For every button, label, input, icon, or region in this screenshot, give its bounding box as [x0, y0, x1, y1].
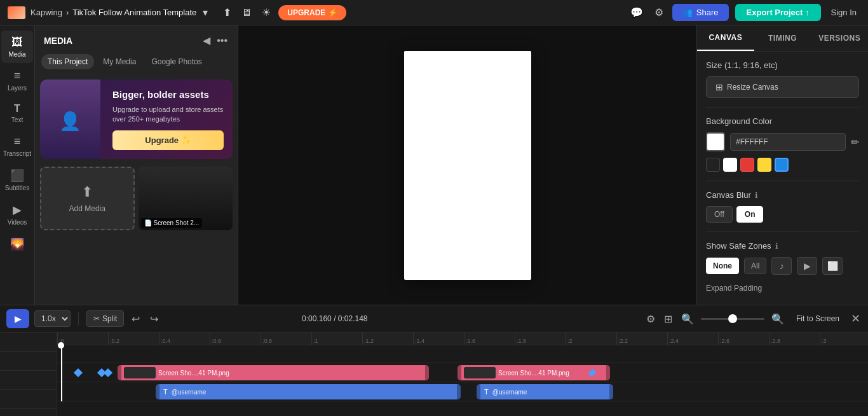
more-options-button[interactable]: ••• [215, 34, 229, 48]
signin-button[interactable]: Sign In [827, 4, 860, 21]
track-row-2[interactable]: Screen Sho....41 PM.png Screen Sho....41… [57, 363, 868, 382]
tick-28: :2.8 [769, 333, 820, 345]
split-button[interactable]: ✂ Split [86, 310, 124, 327]
safe-zones-label: Show Safe Zones [706, 241, 771, 251]
tick-08: :0.8 [261, 333, 311, 345]
title-dropdown-button[interactable]: ▾ [200, 4, 210, 21]
canvas-area [238, 25, 696, 305]
brightness-button[interactable]: ☀ [259, 4, 273, 21]
play-button[interactable]: ▶ [6, 309, 29, 328]
add-media-button[interactable]: ⬆ Add Media [40, 167, 135, 230]
timeline: ▶ 1.0x 0.5x 2.0x ✂ Split ↩ ↪ 0:00.160 / … [0, 305, 868, 416]
speed-select[interactable]: 1.0x 0.5x 2.0x [34, 310, 71, 327]
media-thumb-label-1: 📄 Screen Shot 2... [141, 218, 203, 228]
track-label-1 [0, 352, 57, 371]
media-icon: 🖼 [11, 36, 23, 49]
upgrade-card-description: Upgrade to upload and store assets over … [112, 105, 224, 125]
tab-timing[interactable]: TIMING [754, 25, 811, 51]
tab-canvas[interactable]: CANVAS [697, 25, 754, 51]
chat-button[interactable]: 💬 [628, 4, 646, 21]
topbar: Kapwing › TikTok Follow Animation Templa… [0, 0, 868, 25]
clip-pink-2[interactable]: Screen Sho....41 PM.png [458, 365, 610, 380]
safezone-youtube-button[interactable]: ▶ [797, 257, 817, 275]
blur-on-button[interactable]: On [736, 206, 764, 223]
track-labels [0, 333, 57, 416]
sidebar-item-layers[interactable]: ≡ Layers [1, 64, 33, 97]
clip-blue-1[interactable]: T @username [156, 384, 461, 399]
main-layout: 🖼 Media ≡ Layers T Text ≡ Transcript ⬛ S… [0, 25, 868, 305]
zoom-slider[interactable] [701, 318, 764, 320]
sidebar-item-images[interactable]: 🌄 [1, 232, 33, 258]
expand-padding-label: Expand Padding [706, 284, 859, 293]
safezone-none-button[interactable]: None [706, 258, 739, 274]
fit-to-screen-button[interactable]: Fit to Screen [791, 312, 844, 326]
close-timeline-button[interactable]: ✕ [850, 310, 862, 327]
undo-button[interactable]: ↩ [129, 310, 142, 328]
timeline-time-display: 0:00.160 / 0:02.148 [302, 314, 367, 323]
share-button[interactable]: 👥 Share [672, 4, 729, 21]
safezone-instagram-button[interactable]: ⬜ [822, 257, 843, 275]
export-button[interactable]: Export Project ↑ [735, 4, 821, 21]
tab-my-media[interactable]: My Media [97, 54, 142, 69]
tick-14: :1.4 [413, 333, 464, 345]
share-link-button[interactable]: ⬆ [220, 4, 234, 21]
sidebar-item-subtitles[interactable]: ⬛ Subtitles [1, 163, 33, 197]
project-title: TikTok Follow Animation Template [72, 8, 196, 17]
preview-button[interactable]: 🖥 [239, 4, 254, 21]
swatch-white[interactable] [723, 158, 737, 172]
tab-this-project[interactable]: This Project [41, 54, 94, 69]
bg-color-swatch[interactable] [706, 132, 725, 151]
clip-right-handle-1[interactable] [425, 365, 429, 380]
swatch-black[interactable] [706, 158, 720, 172]
timeline-right-tools: ⚙ ⊞ 🔍 🔍 Fit to Screen ✕ [644, 310, 862, 327]
fit-tracks-button[interactable]: ⊞ [662, 311, 674, 327]
tab-google-photos[interactable]: Google Photos [145, 54, 208, 69]
tab-versions[interactable]: VERSIONS [811, 25, 868, 51]
resize-canvas-button[interactable]: ⊞ Resize Canvas [706, 76, 859, 98]
media-tabs: This Project My Media Google Photos [35, 52, 238, 74]
clip-pink-1[interactable]: Screen Sho....41 PM.png [118, 365, 429, 380]
clip-left-handle-1[interactable] [118, 365, 121, 380]
tick-3: :3 [820, 333, 868, 345]
clip-left-handle-2[interactable] [458, 365, 461, 380]
sidebar-item-media[interactable]: 🖼 Media [1, 31, 33, 63]
media-thumb-1[interactable]: 📄 Screen Shot 2... [139, 167, 233, 230]
settings-button[interactable]: ⚙ [652, 4, 666, 21]
videos-label: Videos [8, 219, 27, 226]
share-icon: 👥 [682, 8, 693, 17]
clip-right-handle-2[interactable] [606, 365, 610, 380]
safezone-tiktok-button[interactable]: ♪ [771, 257, 792, 275]
clip-blue-right-handle-1[interactable] [457, 384, 461, 399]
breadcrumb-app: Kapwing [31, 8, 62, 17]
sidebar-item-transcript[interactable]: ≡ Transcript [1, 130, 33, 162]
upgrade-button[interactable]: UPGRADE ⚡ [278, 5, 346, 20]
clip-blue-2[interactable]: T @username [477, 384, 613, 399]
sidebar-item-videos[interactable]: ▶ Videos [1, 198, 33, 231]
trim-icon-button[interactable]: ⚙ [644, 311, 657, 327]
zoom-in-button[interactable]: 🔍 [770, 311, 786, 327]
safezone-all-button[interactable]: All [744, 258, 766, 274]
blur-off-button[interactable]: Off [706, 206, 733, 223]
track-row-3[interactable]: T @username T @username [57, 382, 868, 401]
color-swatches-row [706, 158, 859, 172]
clip-blue-right-handle-2[interactable] [609, 384, 613, 399]
collapse-panel-button[interactable]: ◀ [201, 33, 212, 48]
canvas-blur-info-icon: ℹ [755, 191, 758, 200]
bg-color-hex-input[interactable] [730, 133, 846, 151]
topbar-right: 💬 ⚙ 👥 Share Export Project ↑ Sign In [628, 4, 860, 21]
zoom-out-button[interactable]: 🔍 [679, 311, 696, 327]
color-edit-button[interactable]: ✏ [851, 136, 859, 148]
canvas-blur-toggle-row: Off On [706, 206, 859, 223]
swatch-blue[interactable] [775, 158, 789, 172]
clip-mini-preview-2 [464, 367, 496, 378]
tick-2: :2 [566, 333, 616, 345]
playhead-line [61, 345, 62, 401]
redo-button[interactable]: ↪ [147, 310, 161, 328]
swatch-yellow[interactable] [757, 158, 771, 172]
text-label: Text [11, 116, 23, 123]
clip-blue-label-prefix-2: T [480, 388, 492, 396]
upgrade-card-title: Bigger, bolder assets [112, 88, 224, 101]
swatch-red[interactable] [740, 158, 754, 172]
sidebar-item-text[interactable]: T Text [1, 98, 33, 128]
upgrade-card-button[interactable]: Upgrade ✨ [112, 130, 224, 150]
